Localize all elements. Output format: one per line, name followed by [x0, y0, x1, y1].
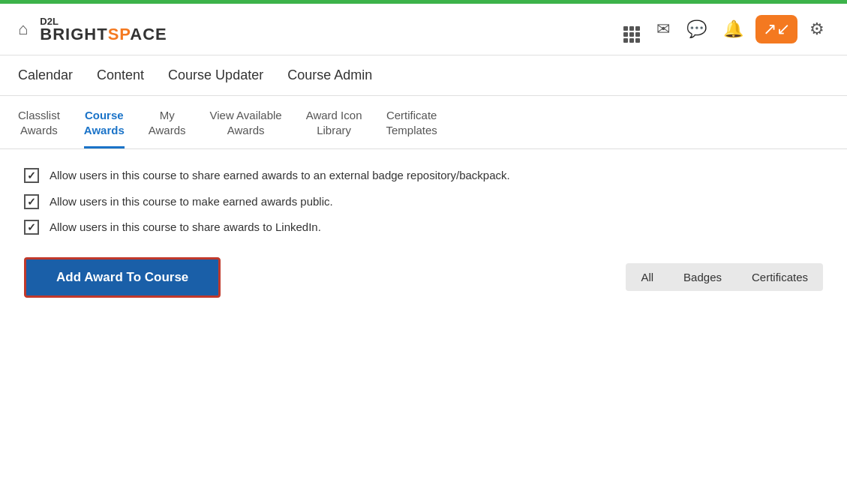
- sub-nav: ClasslistAwards CourseAwards MyAwards Vi…: [0, 96, 847, 149]
- mail-icon[interactable]: ✉: [652, 15, 674, 44]
- content-area: Allow users in this course to share earn…: [0, 149, 847, 316]
- nav-bar: Calendar Content Course Updater Course A…: [0, 56, 847, 96]
- filter-badges[interactable]: Badges: [668, 263, 737, 291]
- filter-group: All Badges Certificates: [626, 263, 823, 291]
- actions-row: Add Award To Course All Badges Certifica…: [24, 257, 823, 298]
- home-icon[interactable]: ⌂: [18, 20, 28, 39]
- checkbox-label-1: Allow users in this course to share earn…: [50, 167, 510, 184]
- header-left: ⌂ D2L BRIGHTSPACE: [18, 16, 167, 43]
- filter-certificates[interactable]: Certificates: [737, 263, 823, 291]
- checkbox-label-3: Allow users in this course to share awar…: [50, 219, 321, 236]
- header: ⌂ D2L BRIGHTSPACE ✉ 💬 🔔 ↗↙ ⚙: [0, 4, 847, 56]
- checkbox-list: Allow users in this course to share earn…: [24, 167, 823, 236]
- checkbox-3[interactable]: [24, 220, 39, 235]
- grid-icon[interactable]: [619, 11, 644, 47]
- tab-certificate-templates[interactable]: CertificateTemplates: [386, 108, 437, 148]
- logo: D2L BRIGHTSPACE: [40, 16, 167, 43]
- tab-award-icon-library[interactable]: Award IconLibrary: [306, 108, 362, 148]
- share-icon[interactable]: ↗↙: [755, 15, 797, 44]
- tab-my-awards[interactable]: MyAwards: [149, 108, 186, 148]
- tab-course-awards[interactable]: CourseAwards: [84, 108, 125, 148]
- settings-icon[interactable]: ⚙: [805, 15, 829, 44]
- logo-brightspace: BRIGHTSPACE: [40, 26, 167, 43]
- nav-course-updater[interactable]: Course Updater: [168, 68, 263, 83]
- checkbox-row-2: Allow users in this course to make earne…: [24, 194, 823, 211]
- tab-view-available-awards[interactable]: View AvailableAwards: [210, 108, 282, 148]
- nav-content[interactable]: Content: [97, 68, 144, 83]
- tab-classlist-awards[interactable]: ClasslistAwards: [18, 108, 60, 148]
- checkbox-row-3: Allow users in this course to share awar…: [24, 219, 823, 236]
- checkbox-row-1: Allow users in this course to share earn…: [24, 167, 823, 184]
- bell-icon[interactable]: 🔔: [719, 15, 748, 44]
- checkbox-label-2: Allow users in this course to make earne…: [50, 194, 333, 211]
- header-right: ✉ 💬 🔔 ↗↙ ⚙: [619, 11, 829, 47]
- chat-icon[interactable]: 💬: [682, 15, 711, 44]
- checkbox-2[interactable]: [24, 194, 39, 209]
- filter-all[interactable]: All: [626, 263, 668, 291]
- nav-course-admin[interactable]: Course Admin: [287, 68, 372, 83]
- nav-calendar[interactable]: Calendar: [18, 68, 73, 83]
- checkbox-1[interactable]: [24, 168, 39, 183]
- add-award-button[interactable]: Add Award To Course: [24, 257, 221, 298]
